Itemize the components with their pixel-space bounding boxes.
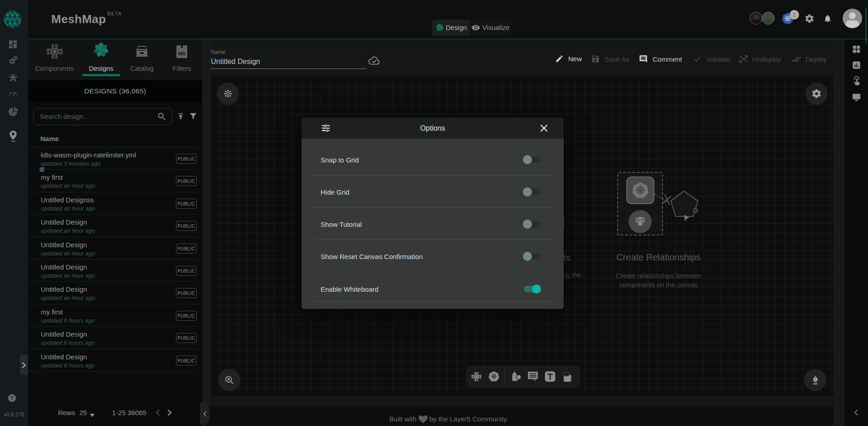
svg-text:WA: WA <box>178 51 186 56</box>
